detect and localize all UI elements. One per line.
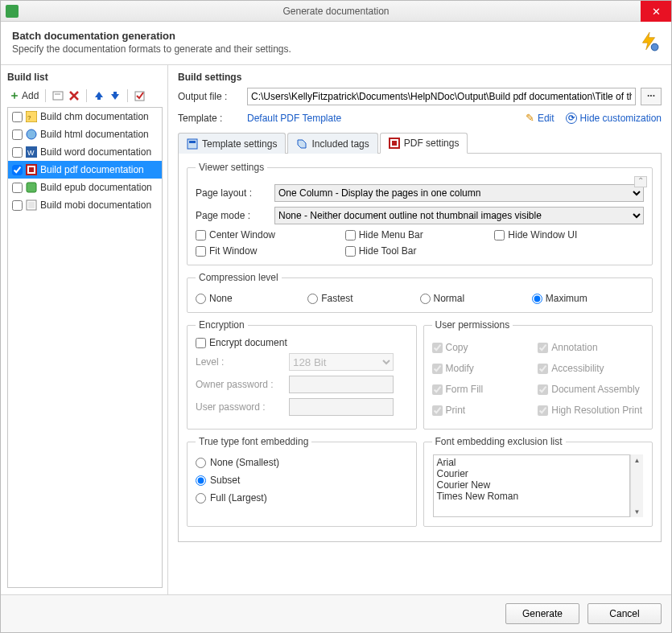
build-item-word[interactable]: W Build word documentation (8, 143, 162, 161)
pdf-settings-content: Viewer settings ⌃ Page layout : One Colu… (178, 154, 662, 542)
word-icon: W (26, 146, 37, 158)
pdf-tab-icon (389, 138, 400, 149)
compression-normal[interactable]: Normal (420, 293, 532, 304)
check-all-button[interactable] (133, 89, 147, 102)
close-button[interactable]: ✕ (641, 1, 671, 22)
pdf-icon (26, 164, 37, 175)
perm-highres: High Resolution Print (538, 400, 644, 421)
move-down-button[interactable] (108, 89, 122, 102)
build-list-title: Build list (7, 72, 163, 83)
build-item-html[interactable]: Build html documentation (8, 125, 162, 143)
intro-title: Batch documentation generation (12, 30, 291, 42)
user-password-input (289, 398, 394, 416)
enc-level-label: Level : (196, 356, 284, 368)
font-courier-new[interactable]: Courier New (437, 479, 627, 491)
font-exclusion-list[interactable]: Arial Courier Courier New Times New Roma… (433, 454, 631, 517)
hide-menu-check[interactable]: Hide Menu Bar (345, 229, 495, 240)
build-label-mobi: Build mobi documentation (40, 199, 151, 211)
scroll-up-icon[interactable]: ▲ (634, 454, 641, 466)
svg-text:?: ? (27, 114, 31, 121)
ttf-subset[interactable]: Subset (196, 471, 408, 489)
cancel-button[interactable]: Cancel (587, 603, 662, 624)
svg-rect-13 (29, 167, 34, 172)
owner-password-label: Owner password : (196, 379, 284, 390)
tags-icon (296, 138, 307, 150)
ttf-full[interactable]: Full (Largest) (196, 489, 408, 507)
perm-accessibility: Accessibility (538, 358, 644, 379)
encryption-group: Encryption Encrypt document Level :128 B… (187, 319, 417, 430)
ttf-group: True type font embedding None (Smallest)… (187, 436, 417, 527)
build-check-mobi[interactable] (12, 200, 23, 211)
build-label-epub: Build epub documentation (40, 182, 152, 193)
svg-point-0 (651, 43, 658, 51)
compression-none[interactable]: None (196, 293, 307, 304)
add-build-button[interactable]: ＋Add (7, 88, 40, 104)
perm-copy: Copy (432, 337, 538, 358)
move-up-button[interactable] (92, 89, 106, 102)
encrypt-document-check[interactable]: Encrypt document (196, 337, 408, 348)
chm-icon: ? (26, 111, 37, 122)
page-mode-label: Page mode : (196, 210, 268, 221)
hide-toolbar-check[interactable]: Hide Tool Bar (345, 245, 495, 257)
tab-included-tags[interactable]: Included tags (287, 133, 377, 154)
ttf-none[interactable]: None (Smallest) (196, 454, 408, 471)
viewer-collapse-button[interactable]: ⌃ (634, 176, 647, 187)
user-password-label: User password : (196, 401, 284, 413)
output-file-input[interactable] (247, 88, 636, 105)
svg-point-8 (27, 129, 36, 139)
template-link[interactable]: Default PDF Template (247, 113, 341, 124)
scroll-down-icon[interactable]: ▼ (634, 506, 641, 517)
font-list-scrollbar[interactable]: ▲ ▼ (630, 454, 643, 517)
svg-rect-14 (27, 183, 36, 192)
title-bar: Generate documentation ✕ (1, 1, 671, 22)
owner-password-input (289, 376, 394, 393)
svg-text:W: W (27, 149, 35, 157)
compression-maximum[interactable]: Maximum (532, 293, 644, 304)
font-times[interactable]: Times New Roman (437, 491, 627, 502)
app-icon (6, 5, 19, 18)
tab-pdf-settings[interactable]: PDF settings (380, 133, 468, 154)
build-list[interactable]: ? Build chm documentation Build html doc… (7, 107, 163, 588)
page-layout-select[interactable]: One Column - Display the pages in one co… (274, 184, 644, 202)
settings-tabs: Template settings Included tags PDF sett… (178, 132, 662, 154)
center-window-check[interactable]: Center Window (196, 229, 345, 240)
hide-customization-button[interactable]: ⟳Hide customization (566, 112, 662, 124)
perm-docassembly: Document Assembly (538, 379, 644, 400)
epub-icon (26, 182, 37, 193)
page-mode-select[interactable]: None - Neither document outline not thum… (274, 207, 644, 224)
template-icon (187, 138, 198, 150)
fit-window-check[interactable]: Fit Window (196, 245, 345, 257)
output-file-label: Output file : (178, 91, 242, 102)
viewer-settings-group: Viewer settings ⌃ Page layout : One Colu… (187, 162, 653, 265)
font-courier[interactable]: Courier (437, 468, 627, 479)
build-check-html[interactable] (12, 129, 23, 140)
font-arial[interactable]: Arial (437, 457, 627, 468)
delete-button[interactable] (67, 89, 81, 102)
build-check-pdf[interactable] (12, 165, 23, 175)
build-check-epub[interactable] (12, 183, 23, 193)
build-item-mobi[interactable]: Build mobi documentation (8, 196, 162, 214)
output-browse-button[interactable]: ··· (641, 88, 662, 105)
build-item-chm[interactable]: ? Build chm documentation (8, 108, 162, 125)
build-item-epub[interactable]: Build epub documentation (8, 179, 162, 196)
build-label-chm: Build chm documentation (40, 111, 149, 122)
build-check-word[interactable] (12, 147, 23, 158)
pencil-icon: ✎ (526, 112, 534, 124)
tab-template-settings[interactable]: Template settings (178, 133, 286, 154)
perm-modify: Modify (432, 358, 538, 379)
svg-rect-1 (53, 92, 63, 100)
template-label: Template : (178, 113, 242, 124)
lightning-icon (637, 30, 660, 52)
hide-window-ui-check[interactable]: Hide Window UI (494, 229, 644, 240)
plus-icon: ＋ (9, 88, 20, 103)
build-label-html: Build html documentation (40, 129, 149, 140)
perm-annotation: Annotation (538, 337, 644, 358)
mobi-icon (26, 199, 37, 211)
compression-fastest[interactable]: Fastest (307, 293, 419, 304)
font-exclusion-group: Font embedding exclusion list Arial Cour… (423, 436, 653, 527)
build-item-pdf[interactable]: Build pdf documentation (8, 161, 162, 179)
edit-template-button[interactable]: ✎Edit (526, 112, 555, 124)
build-check-chm[interactable] (12, 112, 23, 122)
rename-button[interactable] (51, 89, 65, 102)
generate-button[interactable]: Generate (505, 603, 579, 624)
